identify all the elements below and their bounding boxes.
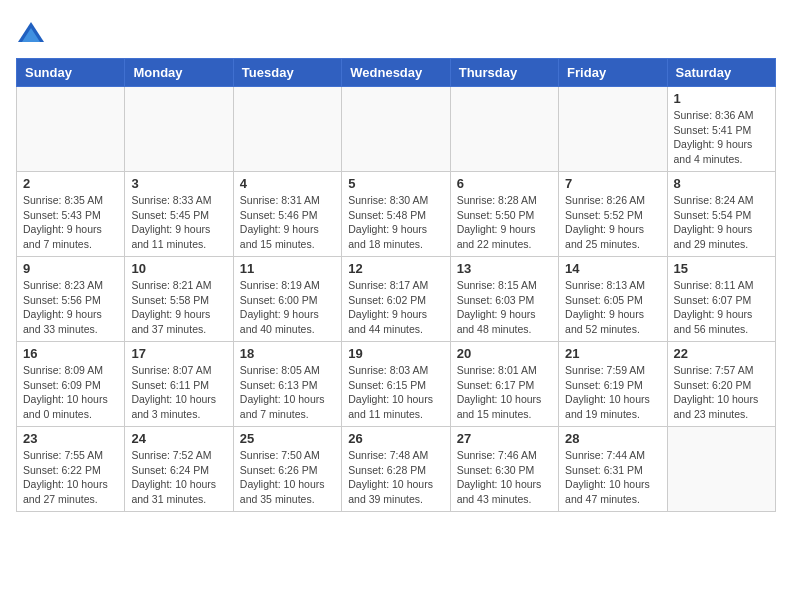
day-info: Sunrise: 8:35 AM Sunset: 5:43 PM Dayligh…: [23, 193, 118, 252]
calendar-cell: 10Sunrise: 8:21 AM Sunset: 5:58 PM Dayli…: [125, 257, 233, 342]
day-info: Sunrise: 8:28 AM Sunset: 5:50 PM Dayligh…: [457, 193, 552, 252]
day-info: Sunrise: 7:46 AM Sunset: 6:30 PM Dayligh…: [457, 448, 552, 507]
day-number: 18: [240, 346, 335, 361]
day-info: Sunrise: 8:26 AM Sunset: 5:52 PM Dayligh…: [565, 193, 660, 252]
day-info: Sunrise: 8:05 AM Sunset: 6:13 PM Dayligh…: [240, 363, 335, 422]
logo: [16, 20, 50, 50]
day-info: Sunrise: 7:50 AM Sunset: 6:26 PM Dayligh…: [240, 448, 335, 507]
weekday-header: Tuesday: [233, 59, 341, 87]
day-number: 28: [565, 431, 660, 446]
day-info: Sunrise: 8:11 AM Sunset: 6:07 PM Dayligh…: [674, 278, 769, 337]
calendar-cell: 24Sunrise: 7:52 AM Sunset: 6:24 PM Dayli…: [125, 427, 233, 512]
day-info: Sunrise: 7:59 AM Sunset: 6:19 PM Dayligh…: [565, 363, 660, 422]
calendar-cell: 20Sunrise: 8:01 AM Sunset: 6:17 PM Dayli…: [450, 342, 558, 427]
week-row: 23Sunrise: 7:55 AM Sunset: 6:22 PM Dayli…: [17, 427, 776, 512]
day-info: Sunrise: 8:01 AM Sunset: 6:17 PM Dayligh…: [457, 363, 552, 422]
day-number: 11: [240, 261, 335, 276]
calendar-cell: [667, 427, 775, 512]
calendar-cell: 16Sunrise: 8:09 AM Sunset: 6:09 PM Dayli…: [17, 342, 125, 427]
weekday-header: Monday: [125, 59, 233, 87]
calendar-cell: 5Sunrise: 8:30 AM Sunset: 5:48 PM Daylig…: [342, 172, 450, 257]
logo-icon: [16, 20, 46, 50]
calendar-cell: [125, 87, 233, 172]
calendar-cell: [450, 87, 558, 172]
week-row: 16Sunrise: 8:09 AM Sunset: 6:09 PM Dayli…: [17, 342, 776, 427]
day-number: 1: [674, 91, 769, 106]
week-row: 9Sunrise: 8:23 AM Sunset: 5:56 PM Daylig…: [17, 257, 776, 342]
day-number: 12: [348, 261, 443, 276]
day-info: Sunrise: 8:21 AM Sunset: 5:58 PM Dayligh…: [131, 278, 226, 337]
calendar-cell: 11Sunrise: 8:19 AM Sunset: 6:00 PM Dayli…: [233, 257, 341, 342]
weekday-header: Saturday: [667, 59, 775, 87]
day-info: Sunrise: 8:09 AM Sunset: 6:09 PM Dayligh…: [23, 363, 118, 422]
calendar-cell: [342, 87, 450, 172]
day-number: 22: [674, 346, 769, 361]
day-number: 2: [23, 176, 118, 191]
weekday-header: Friday: [559, 59, 667, 87]
day-info: Sunrise: 8:23 AM Sunset: 5:56 PM Dayligh…: [23, 278, 118, 337]
day-info: Sunrise: 8:03 AM Sunset: 6:15 PM Dayligh…: [348, 363, 443, 422]
calendar-cell: 8Sunrise: 8:24 AM Sunset: 5:54 PM Daylig…: [667, 172, 775, 257]
day-number: 8: [674, 176, 769, 191]
day-number: 20: [457, 346, 552, 361]
day-info: Sunrise: 7:52 AM Sunset: 6:24 PM Dayligh…: [131, 448, 226, 507]
day-number: 14: [565, 261, 660, 276]
day-number: 21: [565, 346, 660, 361]
header: [16, 16, 776, 50]
calendar-cell: 25Sunrise: 7:50 AM Sunset: 6:26 PM Dayli…: [233, 427, 341, 512]
calendar-cell: 9Sunrise: 8:23 AM Sunset: 5:56 PM Daylig…: [17, 257, 125, 342]
day-info: Sunrise: 7:48 AM Sunset: 6:28 PM Dayligh…: [348, 448, 443, 507]
day-number: 19: [348, 346, 443, 361]
calendar-cell: 1Sunrise: 8:36 AM Sunset: 5:41 PM Daylig…: [667, 87, 775, 172]
day-info: Sunrise: 8:13 AM Sunset: 6:05 PM Dayligh…: [565, 278, 660, 337]
calendar-cell: 6Sunrise: 8:28 AM Sunset: 5:50 PM Daylig…: [450, 172, 558, 257]
day-number: 7: [565, 176, 660, 191]
day-number: 6: [457, 176, 552, 191]
day-info: Sunrise: 8:36 AM Sunset: 5:41 PM Dayligh…: [674, 108, 769, 167]
day-number: 4: [240, 176, 335, 191]
day-number: 17: [131, 346, 226, 361]
calendar-cell: [559, 87, 667, 172]
calendar-header-row: SundayMondayTuesdayWednesdayThursdayFrid…: [17, 59, 776, 87]
calendar-cell: 2Sunrise: 8:35 AM Sunset: 5:43 PM Daylig…: [17, 172, 125, 257]
day-info: Sunrise: 8:15 AM Sunset: 6:03 PM Dayligh…: [457, 278, 552, 337]
day-info: Sunrise: 8:31 AM Sunset: 5:46 PM Dayligh…: [240, 193, 335, 252]
calendar-cell: 22Sunrise: 7:57 AM Sunset: 6:20 PM Dayli…: [667, 342, 775, 427]
calendar-cell: 17Sunrise: 8:07 AM Sunset: 6:11 PM Dayli…: [125, 342, 233, 427]
calendar-cell: [17, 87, 125, 172]
calendar-cell: 21Sunrise: 7:59 AM Sunset: 6:19 PM Dayli…: [559, 342, 667, 427]
day-number: 27: [457, 431, 552, 446]
day-info: Sunrise: 8:19 AM Sunset: 6:00 PM Dayligh…: [240, 278, 335, 337]
day-number: 3: [131, 176, 226, 191]
day-info: Sunrise: 7:55 AM Sunset: 6:22 PM Dayligh…: [23, 448, 118, 507]
calendar-cell: 13Sunrise: 8:15 AM Sunset: 6:03 PM Dayli…: [450, 257, 558, 342]
day-number: 23: [23, 431, 118, 446]
day-info: Sunrise: 8:17 AM Sunset: 6:02 PM Dayligh…: [348, 278, 443, 337]
calendar-cell: [233, 87, 341, 172]
calendar-cell: 15Sunrise: 8:11 AM Sunset: 6:07 PM Dayli…: [667, 257, 775, 342]
day-number: 10: [131, 261, 226, 276]
day-info: Sunrise: 7:57 AM Sunset: 6:20 PM Dayligh…: [674, 363, 769, 422]
calendar: SundayMondayTuesdayWednesdayThursdayFrid…: [16, 58, 776, 512]
calendar-cell: 18Sunrise: 8:05 AM Sunset: 6:13 PM Dayli…: [233, 342, 341, 427]
calendar-cell: 4Sunrise: 8:31 AM Sunset: 5:46 PM Daylig…: [233, 172, 341, 257]
calendar-cell: 26Sunrise: 7:48 AM Sunset: 6:28 PM Dayli…: [342, 427, 450, 512]
day-info: Sunrise: 7:44 AM Sunset: 6:31 PM Dayligh…: [565, 448, 660, 507]
week-row: 1Sunrise: 8:36 AM Sunset: 5:41 PM Daylig…: [17, 87, 776, 172]
day-info: Sunrise: 8:24 AM Sunset: 5:54 PM Dayligh…: [674, 193, 769, 252]
calendar-cell: 3Sunrise: 8:33 AM Sunset: 5:45 PM Daylig…: [125, 172, 233, 257]
weekday-header: Thursday: [450, 59, 558, 87]
calendar-cell: 7Sunrise: 8:26 AM Sunset: 5:52 PM Daylig…: [559, 172, 667, 257]
day-number: 25: [240, 431, 335, 446]
day-info: Sunrise: 8:30 AM Sunset: 5:48 PM Dayligh…: [348, 193, 443, 252]
calendar-cell: 23Sunrise: 7:55 AM Sunset: 6:22 PM Dayli…: [17, 427, 125, 512]
day-info: Sunrise: 8:33 AM Sunset: 5:45 PM Dayligh…: [131, 193, 226, 252]
weekday-header: Sunday: [17, 59, 125, 87]
weekday-header: Wednesday: [342, 59, 450, 87]
day-number: 16: [23, 346, 118, 361]
week-row: 2Sunrise: 8:35 AM Sunset: 5:43 PM Daylig…: [17, 172, 776, 257]
day-number: 9: [23, 261, 118, 276]
calendar-cell: 27Sunrise: 7:46 AM Sunset: 6:30 PM Dayli…: [450, 427, 558, 512]
calendar-cell: 12Sunrise: 8:17 AM Sunset: 6:02 PM Dayli…: [342, 257, 450, 342]
calendar-cell: 28Sunrise: 7:44 AM Sunset: 6:31 PM Dayli…: [559, 427, 667, 512]
